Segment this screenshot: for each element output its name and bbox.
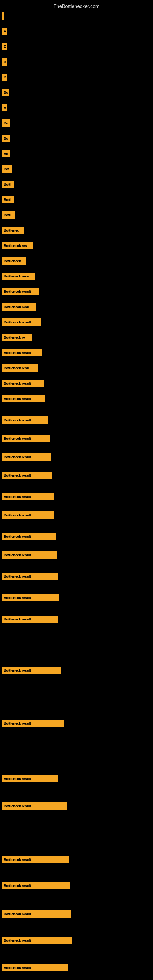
bar-label: Bottleneck result (4, 351, 31, 355)
bar-row: Bottleneck resu (2, 272, 35, 280)
progress-bar: Bot (2, 165, 12, 173)
bar-row: Bottleneck result (2, 594, 59, 601)
bar-row: E (2, 43, 7, 50)
progress-bar: Bottleneck result (2, 380, 44, 387)
bar-label: Bottleneck result (4, 290, 31, 293)
bar-row: Bottleneck result (2, 802, 67, 810)
bar-label: Bo (4, 152, 8, 156)
progress-bar: Bottleneck resu (2, 364, 38, 372)
bar-row: Bottleneck result (2, 395, 45, 402)
bar-row: Bottl (2, 196, 14, 204)
bar-row: Bottleneck result (2, 964, 68, 971)
bar-label: Bo (4, 91, 8, 94)
bar-row: Bottleneck resu (2, 303, 36, 310)
bar-row: Bottleneck result (2, 318, 41, 326)
progress-bar: Bottleneck result (2, 720, 64, 727)
bar-row: Bottleneck result (2, 616, 59, 623)
bar-row: Bottl (2, 181, 14, 188)
bar-label: Bottleneck result (4, 418, 31, 422)
progress-bar: Bottleneck result (2, 453, 51, 461)
progress-bar: E (2, 43, 7, 50)
bar-label: Bottleneck result (4, 939, 31, 942)
progress-bar: Bottleneck result (2, 856, 69, 863)
progress-bar: B (2, 104, 7, 111)
bar-row: Bottleneck result (2, 511, 54, 519)
progress-bar: Bottleneck resu (2, 272, 35, 280)
progress-bar: Bottleneck result (2, 882, 70, 889)
progress-bar: Bottleneck result (2, 616, 59, 623)
bar-row: Bottleneck result (2, 882, 70, 889)
bar-row: Bottleneck result (2, 380, 44, 387)
bar-row: Bottleneck result (2, 667, 61, 674)
bar-row: Bottleneck result (2, 493, 54, 500)
progress-bar: Bo (2, 150, 10, 158)
progress-bar: Bottleneck result (2, 493, 54, 500)
bar-row: Bottleneck (2, 257, 26, 265)
bar-row: Bottleneck result (2, 288, 39, 295)
bar-label: B (4, 106, 6, 110)
progress-bar: Bottleneck result (2, 318, 41, 326)
progress-bar: Bottleneck result (2, 937, 72, 944)
bar-label: Bottleneck result (4, 966, 31, 970)
bar-label: Bottleneck result (4, 777, 31, 781)
progress-bar: Bottleneck result (2, 511, 54, 519)
bar-row: B (2, 104, 7, 111)
bar-row: Bottleneck result (2, 775, 59, 783)
progress-bar: Bottl (2, 181, 14, 188)
progress-bar: B (2, 73, 7, 81)
bar-row: Bottleneck result (2, 417, 48, 424)
bar-row: Bottlenec (2, 227, 24, 234)
progress-bar: Bottl (2, 211, 15, 219)
bar-label: Bottleneck (4, 259, 21, 263)
bar-label: Bottleneck result (4, 513, 31, 517)
site-title: TheBottlenecker.com (0, 1, 153, 12)
progress-bar: Bottleneck result (2, 964, 68, 971)
progress-bar: Bo (2, 89, 9, 96)
progress-bar: Bottleneck result (2, 551, 57, 558)
progress-bar: Bottleneck result (2, 667, 61, 674)
bar-label: Bottleneck result (4, 495, 31, 499)
progress-bar: Bottl (2, 196, 14, 204)
progress-bar: Bottlenec (2, 227, 24, 234)
bar-label: Bottleneck result (4, 574, 31, 578)
bar-label: Bottleneck resu (4, 305, 29, 309)
progress-bar: Bottleneck result (2, 910, 71, 918)
progress-bar: B (2, 58, 7, 65)
bar-label: Bottl (4, 213, 11, 217)
bar-row: Bottleneck result (2, 910, 71, 918)
bar-row: Bottl (2, 211, 15, 219)
bar-row: Bottleneck result (2, 472, 52, 479)
bar-row: Bo (2, 150, 10, 158)
bar-row: Bottleneck result (2, 856, 69, 863)
progress-bar: Bottleneck result (2, 573, 58, 580)
progress-bar: Bottleneck result (2, 802, 67, 810)
progress-bar: Bottleneck result (2, 533, 56, 540)
bar-row: B (2, 58, 7, 65)
bar-row: Bottleneck result (2, 453, 51, 461)
bar-label: Bottleneck resu (4, 274, 29, 278)
bar-row: Bottleneck result (2, 937, 72, 944)
bar-label: B (4, 60, 6, 64)
bar-row: Bottleneck re (2, 334, 32, 341)
progress-bar: Bottleneck result (2, 472, 52, 479)
bar-row: Bottleneck result (2, 720, 64, 727)
bar-label: Bottleneck resu (4, 366, 29, 370)
bar-label: Bottleneck result (4, 455, 31, 459)
bar-row: Bottleneck result (2, 551, 57, 558)
bar-label: Bottleneck result (4, 858, 31, 861)
bar-label: Bottleneck result (4, 617, 31, 621)
progress-bar: Bottleneck res (2, 242, 33, 249)
progress-bar: Bottleneck result (2, 288, 39, 295)
progress-bar: Bottleneck result (2, 349, 41, 356)
bar-label: Bottl (4, 198, 11, 202)
bar-label: Bottleneck result (4, 668, 31, 672)
progress-bar: Bottleneck result (2, 775, 59, 783)
bar-label: Bottleneck result (4, 722, 31, 725)
bar-label: E (4, 29, 6, 33)
bar-label: Bottleneck result (4, 804, 31, 808)
progress-bar: E (2, 27, 7, 35)
bar-row: Bo (2, 89, 9, 96)
bar-row (2, 12, 4, 20)
bar-row: Bottleneck resu (2, 364, 38, 372)
bar-label: Bottleneck result (4, 397, 31, 401)
